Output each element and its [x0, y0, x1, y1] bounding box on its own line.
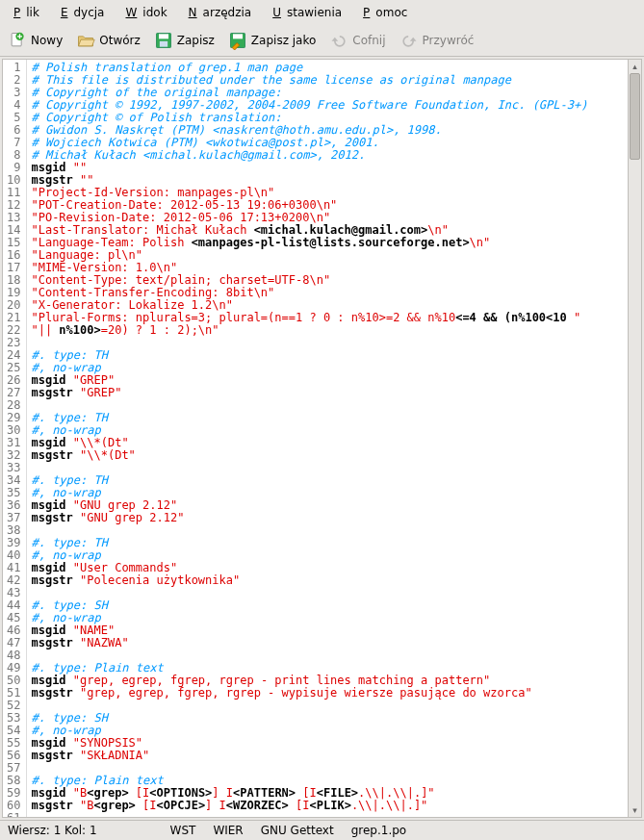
code-line[interactable] [31, 587, 624, 599]
svg-rect-3 [159, 34, 168, 38]
scrollbar-thumb[interactable] [630, 73, 640, 160]
new-button[interactable]: Nowy [6, 29, 64, 52]
code-line[interactable]: #. type: TH [31, 537, 624, 549]
saveas-button[interactable]: Zapisz jako [226, 29, 318, 52]
save-label: Zapisz [177, 34, 215, 47]
code-line[interactable]: msgstr "\\*(Dt" [31, 449, 624, 462]
menu-settings[interactable]: Ustawienia [267, 4, 353, 21]
code-line[interactable]: msgstr "Polecenia użytkownika" [31, 574, 624, 587]
open-folder-icon [76, 31, 95, 50]
scroll-down-arrow[interactable]: ▾ [629, 803, 641, 817]
open-label: Otwórz [99, 34, 141, 47]
code-line[interactable]: #. type: SH [31, 599, 624, 612]
toolbar: Nowy Otwórz Zapisz Zapisz jako Cofnij Pr… [0, 25, 644, 57]
menubar: Plik Edycja Widok Narzędzia Ustawienia P… [0, 0, 644, 25]
menu-view[interactable]: Widok [119, 4, 178, 21]
status-filename: grep.1.po [351, 824, 407, 837]
statusbar: Wiersz: 1 Kol: 1 WST WIER GNU Gettext gr… [0, 820, 644, 840]
new-label: Nowy [31, 34, 63, 47]
menu-help[interactable]: Pomoc [357, 4, 419, 21]
code-line[interactable]: msgstr "B<grep> [I<OPCJE>] I<WZORZEC> [I… [31, 800, 624, 812]
code-line[interactable]: # Michał Kułach <michal.kulach@gmail.com… [31, 149, 624, 162]
svg-rect-4 [160, 41, 167, 47]
status-insert-mode: WST [170, 824, 196, 837]
saveas-label: Zapisz jako [251, 34, 316, 47]
code-line[interactable]: msgid "" [31, 162, 624, 174]
code-line[interactable]: msgstr "GNU grep 2.12" [31, 512, 624, 524]
status-wrap-mode: WIER [213, 824, 243, 837]
editor: 1234567891011121314151617181920212223242… [2, 59, 642, 818]
code-line[interactable] [31, 337, 624, 349]
code-line[interactable]: #, no-wrap [31, 362, 624, 374]
save-button[interactable]: Zapisz [152, 29, 217, 52]
code-line[interactable]: msgstr "SKŁADNIA" [31, 750, 624, 762]
undo-button[interactable]: Cofnij [327, 29, 387, 52]
code-line[interactable]: #. type: TH [31, 474, 624, 487]
code-line[interactable]: msgstr "GREP" [31, 387, 624, 399]
code-line[interactable]: #. type: SH [31, 712, 624, 725]
code-line[interactable] [31, 700, 624, 712]
vertical-scrollbar[interactable]: ▴ ▾ [628, 60, 641, 817]
code-line[interactable] [31, 812, 624, 817]
svg-rect-6 [233, 34, 243, 38]
undo-label: Cofnij [352, 34, 385, 47]
menu-edit[interactable]: Edycja [55, 4, 116, 21]
undo-icon [329, 31, 348, 50]
code-line[interactable]: #. type: TH [31, 349, 624, 362]
code-line[interactable] [31, 462, 624, 474]
scroll-up-arrow[interactable]: ▴ [629, 60, 641, 73]
code-line[interactable]: #, no-wrap [31, 612, 624, 624]
saveas-icon [228, 31, 247, 50]
code-line[interactable]: msgstr "grep, egrep, fgrep, rgrep - wypi… [31, 687, 624, 700]
code-line[interactable] [31, 399, 624, 412]
redo-icon [399, 31, 419, 50]
menu-file[interactable]: Plik [8, 4, 51, 21]
save-icon [154, 31, 173, 50]
code-area[interactable]: # Polish translation of grep.1 man page#… [27, 60, 628, 817]
menu-tools[interactable]: Narzędzia [183, 4, 264, 21]
code-line[interactable]: msgstr "NAZWA" [31, 637, 624, 649]
line-gutter: 1234567891011121314151617181920212223242… [3, 60, 27, 817]
new-file-icon [8, 31, 27, 50]
status-highlight-mode: GNU Gettext [261, 824, 334, 837]
redo-label: Przywróć [423, 34, 475, 47]
code-line[interactable] [31, 524, 624, 537]
open-button[interactable]: Otwórz [74, 29, 142, 52]
code-line[interactable]: #. type: TH [31, 412, 624, 424]
redo-button[interactable]: Przywróć [398, 29, 477, 52]
code-line[interactable]: "|| n%100>=20) ? 1 : 2);\n" [31, 324, 624, 337]
status-position: Wiersz: 1 Kol: 1 [8, 824, 97, 837]
